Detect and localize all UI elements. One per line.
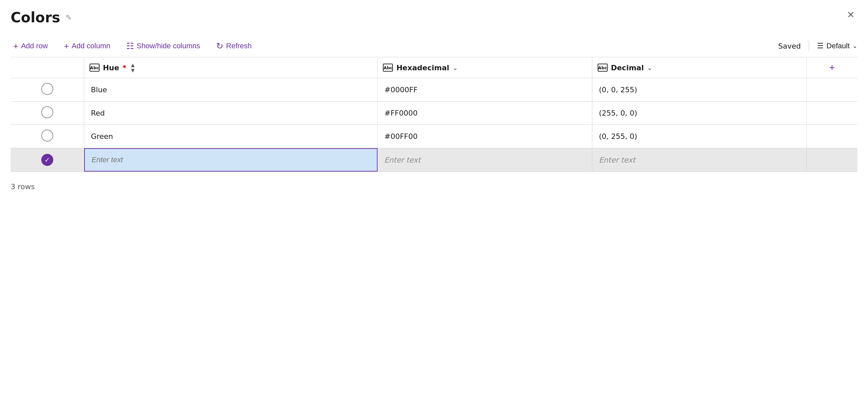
edit-icon[interactable]: ✎ [66, 13, 71, 22]
hex-col-label: Hexadecimal [396, 64, 449, 72]
table-body: Blue#0000FF(0, 0, 255)Red#FF0000(255, 0,… [11, 78, 857, 172]
add-row-label: Add row [21, 41, 48, 50]
new-row-hue-cell[interactable] [84, 148, 378, 172]
hex-chevron-icon[interactable]: ⌄ [453, 64, 458, 71]
hex-col-header: Abc Hexadecimal ⌄ [378, 57, 592, 78]
header: Colors ✎ ✕ [11, 9, 857, 26]
new-row-dec-cell: Enter text [592, 148, 806, 172]
show-hide-label: Show/hide columns [136, 41, 200, 50]
selector-col-header [11, 57, 84, 78]
row-selector-cell [11, 101, 84, 125]
dec-col-icon: Abc [598, 64, 608, 71]
table-row: Red#FF0000(255, 0, 0) [11, 101, 857, 125]
new-row-dec-placeholder[interactable]: Enter text [592, 148, 806, 172]
row-count: 3 rows [11, 182, 857, 191]
hue-value: Green [84, 128, 378, 145]
row-selector-cell [11, 125, 84, 148]
hue-cell: Green [84, 125, 378, 148]
row-selector-cell [11, 78, 84, 101]
row-add-col [806, 101, 857, 125]
hex-value: #00FF00 [378, 128, 592, 145]
hex-cell: #00FF00 [378, 125, 592, 148]
hue-value: Red [84, 105, 378, 121]
plus-icon: + [13, 41, 18, 50]
hue-cell: Blue [84, 78, 378, 101]
dec-cell: (255, 0, 0) [592, 101, 806, 125]
default-label: Default [826, 41, 850, 50]
new-table-row: ✓Enter textEnter text [11, 148, 857, 172]
data-table: Abc Hue * ▲ ▼ Abc Hexadecimal [11, 57, 857, 172]
new-row-hex-placeholder[interactable]: Enter text [378, 148, 592, 172]
hue-sort-icons: ▲ ▼ [131, 63, 134, 72]
toolbar-divider [809, 41, 809, 51]
table-row: Blue#0000FF(0, 0, 255) [11, 78, 857, 101]
hue-required-star: * [123, 64, 126, 72]
table-wrapper: Abc Hue * ▲ ▼ Abc Hexadecimal [11, 57, 857, 172]
chevron-down-icon: ⌄ [852, 42, 857, 50]
add-col-header: + [806, 57, 857, 78]
hue-col-header: Abc Hue * ▲ ▼ [84, 57, 378, 78]
row-add-col [806, 78, 857, 101]
row-radio[interactable] [41, 106, 53, 118]
hex-value: #0000FF [378, 82, 592, 98]
plus-icon-col: + [64, 41, 69, 50]
new-row-selector-cell: ✓ [11, 148, 84, 172]
add-column-label: Add column [71, 41, 110, 50]
add-column-plus-button[interactable]: + [812, 62, 852, 73]
dec-col-header: Abc Decimal ⌄ [592, 57, 806, 78]
add-row-button[interactable]: + Add row [11, 40, 51, 52]
row-radio[interactable] [41, 129, 53, 142]
sort-down-icon[interactable]: ▼ [131, 68, 134, 72]
dec-cell: (0, 0, 255) [592, 78, 806, 101]
sort-up-icon[interactable]: ▲ [131, 63, 134, 67]
hex-col-icon: Abc [383, 64, 393, 71]
app-container: Colors ✎ ✕ + Add row + Add column ☷ Show… [0, 0, 868, 407]
refresh-label: Refresh [226, 41, 252, 50]
new-row-radio[interactable]: ✓ [41, 154, 53, 166]
close-icon[interactable]: ✕ [847, 9, 855, 20]
title-area: Colors ✎ [11, 9, 71, 26]
new-row-hue-input[interactable] [84, 148, 378, 172]
page-title: Colors [11, 9, 60, 26]
refresh-button[interactable]: ↻ Refresh [213, 40, 254, 52]
saved-label: Saved [778, 42, 801, 50]
hue-col-label: Hue [103, 64, 119, 72]
show-hide-columns-button[interactable]: ☷ Show/hide columns [124, 40, 203, 52]
row-radio[interactable] [41, 83, 53, 95]
new-row-add-col [806, 148, 857, 172]
dec-col-label: Decimal [611, 64, 644, 72]
dec-cell: (0, 255, 0) [592, 125, 806, 148]
new-row-hex-cell: Enter text [378, 148, 592, 172]
dec-value: (0, 255, 0) [592, 128, 806, 145]
dec-value: (255, 0, 0) [592, 105, 806, 121]
hex-cell: #0000FF [378, 78, 592, 101]
hex-cell: #FF0000 [378, 101, 592, 125]
hue-cell: Red [84, 101, 378, 125]
add-column-button[interactable]: + Add column [61, 40, 113, 52]
columns-icon: ☷ [126, 41, 134, 50]
row-add-col [806, 125, 857, 148]
table-row: Green#00FF00(0, 255, 0) [11, 125, 857, 148]
dec-chevron-icon[interactable]: ⌄ [647, 64, 652, 71]
hamburger-icon: ☰ [817, 41, 824, 50]
toolbar: + Add row + Add column ☷ Show/hide colum… [11, 35, 857, 57]
hue-value: Blue [84, 82, 378, 98]
hue-col-icon: Abc [90, 64, 99, 71]
table-header-row: Abc Hue * ▲ ▼ Abc Hexadecimal [11, 57, 857, 78]
hex-value: #FF0000 [378, 105, 592, 121]
toolbar-right: Saved ☰ Default ⌄ [778, 41, 857, 51]
dec-value: (0, 0, 255) [592, 82, 806, 98]
default-button[interactable]: ☰ Default ⌄ [817, 41, 857, 50]
refresh-icon: ↻ [216, 41, 223, 50]
